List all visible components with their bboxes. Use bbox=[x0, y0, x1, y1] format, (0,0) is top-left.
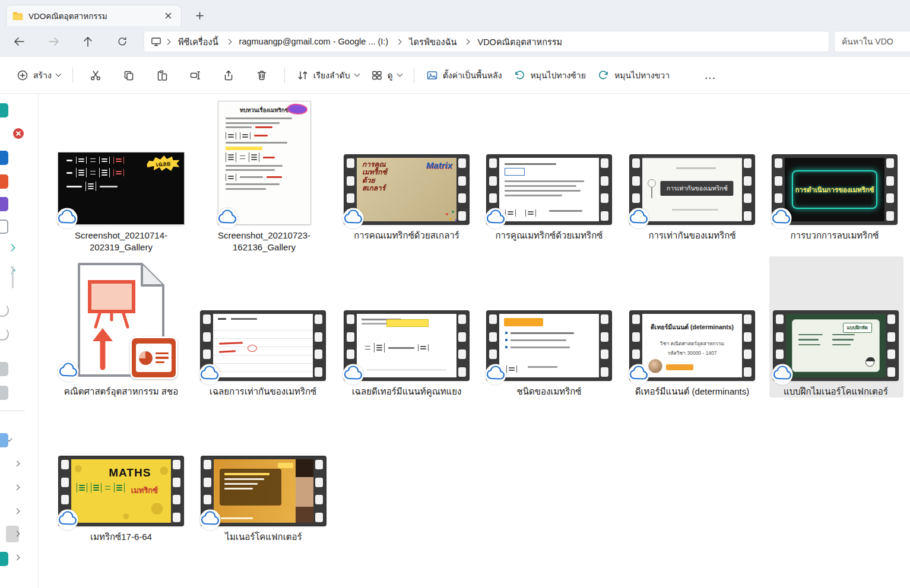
nav-item-icon-partial[interactable] bbox=[0, 552, 8, 566]
paste-button[interactable] bbox=[145, 63, 179, 87]
sync-icon-partial[interactable] bbox=[0, 328, 9, 341]
file-item[interactable]: ไมเนอร์โคแฟกเตอร์ bbox=[195, 456, 332, 543]
file-item[interactable]: ดีเทอร์มีแนนต์ (determinants) วิชา คณิตศ… bbox=[624, 311, 760, 398]
new-button[interactable]: สร้าง bbox=[11, 63, 66, 87]
doc-body-sketch bbox=[218, 116, 310, 191]
file-name: เมทริกซ์17-6-64 bbox=[90, 531, 152, 543]
nav-divider bbox=[12, 266, 14, 288]
paste-icon bbox=[156, 69, 168, 81]
forward-button[interactable] bbox=[40, 31, 66, 52]
file-name: การเท่ากันของเมทริกซ์ bbox=[648, 230, 735, 241]
thumbnail-image bbox=[213, 314, 313, 377]
cut-button[interactable] bbox=[79, 63, 112, 87]
more-options-button[interactable]: … bbox=[696, 68, 725, 82]
chevron-down-icon bbox=[397, 71, 402, 77]
breadcrumb-chevron-icon bbox=[226, 39, 232, 45]
file-item[interactable]: ทบทวนเรื่องเมทริกซ์ Screenshot_20210723-… bbox=[196, 101, 332, 253]
sync-icon-partial[interactable] bbox=[0, 304, 9, 317]
search-input[interactable]: ค้นหาใน VDO bbox=[834, 31, 910, 52]
new-tab-button[interactable] bbox=[190, 6, 209, 25]
explorer-tab[interactable]: VDOคณิตอุตสาหกรรม bbox=[6, 5, 182, 26]
rotate-right-button[interactable]: หมุนไปทางขวา bbox=[592, 63, 676, 87]
cloud-sync-icon bbox=[484, 362, 508, 386]
breadcrumb[interactable]: พีซีเครื่องนี้ ragmuangp@gmail.com - Goo… bbox=[144, 31, 829, 52]
sort-button[interactable]: เรียงลำดับ bbox=[291, 63, 365, 87]
cloud-sync-icon bbox=[56, 359, 80, 383]
file-item[interactable]: เฉลยการเท่ากันของเมทริกซ์ bbox=[195, 311, 331, 398]
tree-expand-chevron[interactable] bbox=[14, 555, 20, 561]
delete-button[interactable] bbox=[245, 63, 278, 87]
nav-item-icon-partial[interactable] bbox=[0, 151, 8, 165]
nav-divider bbox=[0, 411, 25, 411]
glow-title-box: การดำเนินการของเมทริกซ์ bbox=[792, 170, 878, 208]
up-button[interactable] bbox=[75, 31, 101, 52]
breadcrumb-chevron-icon bbox=[165, 39, 171, 45]
file-item[interactable]: เฉลย Screenshot_20210714-202319_Gallery bbox=[53, 152, 189, 253]
cloud-sync-icon bbox=[769, 206, 793, 230]
file-item[interactable]: การคูณเมทริกซ์ด้วยเมทริกซ์ bbox=[481, 155, 617, 241]
rotate-right-icon bbox=[598, 69, 610, 81]
rotate-left-button[interactable]: หมุนไปทางซ้าย bbox=[508, 63, 591, 87]
thumbnail-image bbox=[499, 314, 599, 377]
slide-title-banner: การเท่ากันของเมทริกซ์ bbox=[661, 181, 734, 196]
share-button[interactable] bbox=[212, 63, 245, 87]
breadcrumb-my-drive[interactable]: ไดรฟ์ของฉัน bbox=[404, 33, 461, 51]
nav-item-icon-partial[interactable] bbox=[0, 197, 8, 211]
view-button-label: ดู bbox=[388, 69, 393, 82]
powerpoint-icon bbox=[66, 262, 176, 380]
scissors-icon bbox=[90, 69, 102, 81]
worksheet-panel: แบบฝึกหัด bbox=[792, 319, 880, 373]
file-name: เฉลยการเท่ากันของเมทริกซ์ bbox=[210, 386, 316, 398]
file-name: ชนิดของเมทริกซ์ bbox=[517, 386, 582, 398]
nav-item-icon-partial[interactable] bbox=[0, 386, 8, 400]
breadcrumb-this-pc[interactable]: พีซีเครื่องนี้ bbox=[173, 33, 223, 51]
cloud-sync-icon bbox=[56, 507, 80, 531]
cloud-sync-icon bbox=[198, 362, 221, 386]
cloud-sync-icon bbox=[627, 362, 651, 386]
nav-item-icon-partial[interactable] bbox=[0, 362, 8, 376]
tree-expand-chevron[interactable] bbox=[14, 508, 20, 514]
back-button[interactable] bbox=[6, 31, 32, 52]
thumbnail-image: ดีเทอร์มีแนนต์ (determinants) วิชา คณิตศ… bbox=[642, 314, 742, 377]
rename-button[interactable] bbox=[179, 63, 212, 87]
breadcrumb-current-folder[interactable]: VDOคณิตอุตสาหกรรม bbox=[473, 33, 567, 51]
file-item[interactable]: ชนิดของเมทริกซ์ bbox=[481, 311, 617, 398]
nav-item-icon-partial[interactable] bbox=[0, 433, 8, 447]
copy-button[interactable] bbox=[112, 63, 145, 87]
copy-icon bbox=[123, 69, 135, 81]
thumbnail-image: การดำเนินการของเมทริกซ์ bbox=[785, 158, 884, 221]
highlight-box bbox=[386, 319, 429, 327]
file-item[interactable]: คณิตศาสตร์อุตสาหกรรม สชอ bbox=[53, 262, 189, 398]
pie-chart-glyph bbox=[139, 351, 153, 365]
tree-expand-chevron[interactable] bbox=[14, 485, 20, 491]
practice-header: แบบฝึกหัด bbox=[843, 323, 872, 333]
breadcrumb-google-drive[interactable]: ragmuangp@gmail.com - Google ... (I:) bbox=[234, 34, 394, 49]
nav-item-icon-partial[interactable] bbox=[0, 103, 8, 117]
view-button[interactable]: ดู bbox=[365, 63, 408, 87]
file-item[interactable]: การเท่ากันของเมทริกซ์ การเท่ากันของเมทริ… bbox=[624, 155, 760, 241]
cloud-sync-icon bbox=[215, 206, 239, 230]
nav-item-icon-partial[interactable] bbox=[8, 244, 15, 251]
set-background-label: ตั้งค่าเป็นพื้นหลัง bbox=[443, 69, 502, 82]
thumbnail-image bbox=[214, 459, 313, 523]
nav-item-icon-partial[interactable] bbox=[0, 174, 8, 189]
file-item-selected[interactable]: แบบฝึกหัด แบบฝึกไมเนอร์โคแฟกเตอร์ bbox=[768, 311, 904, 398]
file-item[interactable]: การดำเนินการของเมทริกซ์ การบวกการลบเมทริ… bbox=[766, 155, 903, 241]
file-item[interactable]: เฉลยดีเทอร์มีแนนท์คูณทแยง bbox=[338, 311, 475, 398]
tab-close-icon[interactable] bbox=[161, 9, 175, 23]
nav-item-icon-partial[interactable] bbox=[0, 220, 8, 234]
toolbar-divider bbox=[414, 68, 414, 83]
cloud-sync-icon bbox=[484, 206, 508, 230]
name-chip bbox=[666, 364, 693, 370]
folder-icon bbox=[12, 11, 23, 21]
file-name: ไมเนอร์โคแฟกเตอร์ bbox=[225, 531, 302, 543]
thumbnail-image: การคูณเมทริกซ์ด้วยสเกลาร์ Matrix bbox=[357, 158, 456, 221]
refresh-button[interactable] bbox=[109, 31, 135, 52]
cloud-sync-icon bbox=[771, 362, 794, 386]
tree-expand-chevron[interactable] bbox=[14, 461, 20, 467]
set-background-button[interactable]: ตั้งค่าเป็นพื้นหลัง bbox=[420, 63, 508, 87]
file-item[interactable]: การคูณเมทริกซ์ด้วยสเกลาร์ Matrix การคณเม… bbox=[338, 155, 475, 241]
rotate-left-icon bbox=[513, 69, 525, 81]
file-item[interactable]: MATHS เมทริกซ์ เมทริกซ์17-6-64 bbox=[53, 456, 189, 543]
file-name: คณิตศาสตร์อุตสาหกรรม สชอ bbox=[64, 386, 178, 398]
